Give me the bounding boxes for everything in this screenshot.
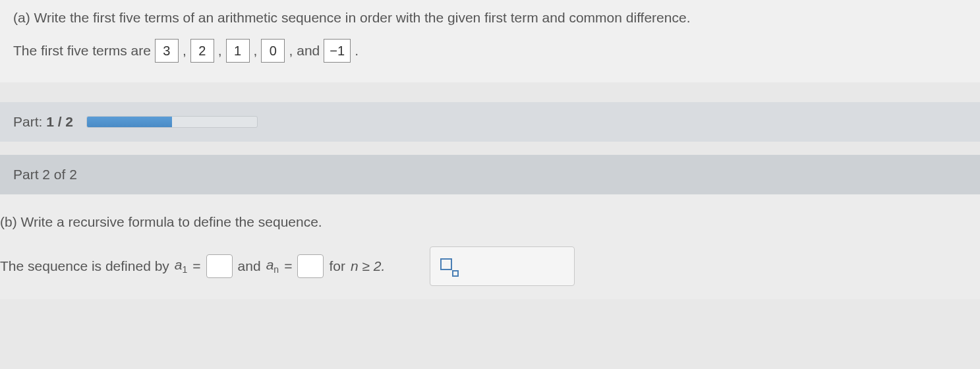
an-symbol: an (266, 257, 279, 275)
part-header-band: Part 2 of 2 (0, 155, 980, 194)
part-a-answer-line: The first five terms are 3, 2, 1, 0, and… (13, 39, 967, 63)
term-box-3: 1 (226, 39, 250, 63)
term-box-2: 2 (190, 39, 214, 63)
condition: n ≥ 2. (351, 258, 385, 274)
comma: , (254, 43, 258, 59)
progress-bar-fill (87, 117, 172, 127)
a1-symbol: a1 (175, 257, 187, 275)
period: . (355, 43, 359, 59)
progress-label: Part: 1 / 2 (13, 114, 73, 130)
part-header-label: Part 2 of 2 (13, 167, 967, 183)
a1-input[interactable] (206, 254, 233, 278)
eq2: = (284, 258, 292, 274)
part-b-answer-line: The sequence is defined by a1 = and an =… (0, 246, 967, 286)
for-text: for (329, 258, 345, 274)
comma: , (183, 43, 187, 59)
seq-lead: The sequence is defined by (0, 258, 169, 274)
and-text-b: and (238, 258, 261, 274)
term-box-1: 3 (155, 39, 179, 63)
term-box-5: −1 (324, 39, 351, 63)
progress-band: Part: 1 / 2 (0, 102, 980, 142)
an-input[interactable] (297, 254, 324, 278)
comma: , (289, 43, 293, 59)
progress-pre: Part: (13, 114, 46, 129)
comma: , (218, 43, 222, 59)
part-b-question: (b) Write a recursive formula to define … (0, 214, 967, 230)
eq1: = (192, 258, 200, 274)
math-toolbar (430, 246, 575, 286)
and-text: and (297, 43, 320, 59)
term-box-4: 0 (261, 39, 285, 63)
part-a-question: (a) Write the first five terms of an ari… (13, 10, 967, 26)
terms-lead: The first five terms are (13, 43, 151, 59)
progress-bar (86, 116, 258, 128)
subscript-icon[interactable] (440, 258, 456, 274)
progress-count: 1 / 2 (46, 114, 73, 129)
